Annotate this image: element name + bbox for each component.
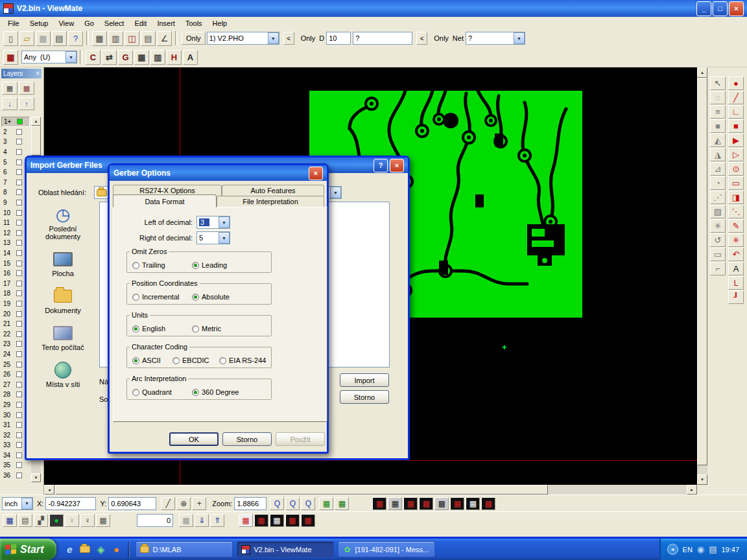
layer-color-swatch[interactable] bbox=[16, 412, 22, 418]
print-icon[interactable]: ▤ bbox=[52, 31, 67, 46]
help-button[interactable]: ? bbox=[374, 159, 388, 172]
right-of-decimal-combo[interactable]: 5 ▼ bbox=[196, 231, 230, 244]
layer-color-swatch[interactable] bbox=[16, 472, 22, 478]
radio-ebcdic[interactable]: EBCDIC bbox=[172, 356, 209, 364]
layer-color-swatch[interactable] bbox=[16, 281, 22, 286]
scroll-left-icon[interactable]: ◄ bbox=[44, 485, 54, 495]
count-field[interactable]: 0 bbox=[137, 514, 173, 527]
pattern-icon[interactable]: ▦ bbox=[388, 497, 402, 510]
layer-color-swatch[interactable] bbox=[16, 391, 22, 397]
dropdown-arrow-icon[interactable]: ▼ bbox=[268, 32, 279, 44]
net-grid-icon[interactable]: ▦ bbox=[3, 514, 17, 527]
layer-color-swatch[interactable] bbox=[16, 432, 22, 438]
menu-item[interactable]: Select bbox=[99, 18, 130, 29]
dropdown-arrow-icon[interactable]: ▼ bbox=[65, 51, 77, 63]
pattern-icon[interactable]: ▦ bbox=[403, 497, 418, 510]
scroll-right-icon[interactable]: ► bbox=[687, 485, 697, 495]
menu-item[interactable]: View bbox=[53, 18, 79, 29]
menu-item[interactable]: Insert bbox=[152, 18, 180, 29]
grid-b-icon[interactable]: ▥ bbox=[150, 50, 165, 65]
layer-color-swatch[interactable] bbox=[16, 220, 22, 226]
ok-button[interactable]: OK bbox=[169, 432, 219, 446]
layer-row[interactable]: 4 bbox=[1, 147, 30, 158]
layer-color-swatch[interactable] bbox=[16, 452, 22, 458]
pattern-icon[interactable]: ▩ bbox=[434, 497, 449, 510]
layers-scrollbar-thumb[interactable] bbox=[31, 126, 41, 156]
import-button[interactable]: Import bbox=[340, 373, 389, 387]
scroll-up-icon[interactable]: ▲ bbox=[697, 67, 707, 78]
layer-row[interactable]: 1+ bbox=[1, 117, 30, 127]
any-filter-combo[interactable]: Any (U) ▼ bbox=[21, 51, 77, 64]
only-layer-toggle[interactable]: Only bbox=[182, 32, 206, 45]
open-file-icon[interactable]: ▱ bbox=[19, 31, 34, 46]
highlight-grid-icon[interactable]: ◫ bbox=[124, 31, 139, 46]
aperture-pattern-icon[interactable]: ▦ bbox=[239, 514, 253, 527]
place-desktop[interactable]: Plocha bbox=[32, 249, 94, 277]
place-recent-documents[interactable]: ◷ Poslední dokumenty bbox=[32, 204, 94, 240]
only-net-label[interactable]: Only bbox=[434, 34, 449, 42]
crosshair-icon[interactable]: ⊕ bbox=[176, 497, 191, 510]
layer-color-swatch[interactable] bbox=[16, 270, 22, 276]
horizontal-scrollbar[interactable]: ◄ ► bbox=[44, 485, 697, 495]
menu-item[interactable]: Go bbox=[79, 18, 99, 29]
layers-grid-icon[interactable]: ▦ bbox=[2, 82, 18, 95]
letter-c-icon[interactable]: C bbox=[86, 50, 101, 65]
probe-icon[interactable]: ♀ bbox=[65, 514, 79, 527]
report-grid-icon[interactable]: ▤ bbox=[141, 31, 156, 46]
dropdown-arrow-icon[interactable]: ▼ bbox=[514, 32, 525, 44]
move-layer-up-icon[interactable]: ↑ bbox=[19, 97, 34, 110]
grid-a-icon[interactable]: ▦ bbox=[134, 50, 149, 65]
vertical-scrollbar[interactable]: ▲ ▼ bbox=[697, 67, 707, 485]
pad-grid-icon[interactable]: ▦ bbox=[319, 497, 333, 510]
new-file-icon[interactable]: ▯ bbox=[3, 31, 18, 46]
pointer-tool-icon[interactable]: ↖ bbox=[710, 76, 726, 90]
browser-icon[interactable]: ● bbox=[110, 542, 123, 557]
layer-row[interactable]: 35 bbox=[1, 460, 30, 471]
circle-select-tool-icon[interactable]: ◌ bbox=[710, 91, 726, 104]
only-d-label[interactable]: Only bbox=[301, 34, 316, 42]
layer-color-swatch[interactable] bbox=[16, 462, 22, 468]
scroll-down-icon[interactable]: ▼ bbox=[31, 473, 41, 482]
filled-rect-tool-icon[interactable]: ■ bbox=[728, 119, 744, 133]
mirror-horizontal-tool-icon[interactable]: ◮ bbox=[710, 148, 726, 161]
start-button[interactable]: Start bbox=[0, 539, 56, 560]
radio-ascii[interactable]: ASCII bbox=[132, 356, 161, 364]
zoom-in-icon[interactable]: Q bbox=[270, 497, 284, 510]
pie-tool-icon[interactable]: ◔ bbox=[710, 176, 726, 190]
layer-combo[interactable]: 1) V2.PHO ▼ bbox=[207, 32, 279, 45]
layer-color-swatch[interactable] bbox=[16, 169, 22, 175]
place-network[interactable]: Místa v síti bbox=[32, 360, 94, 388]
menu-item[interactable]: Edit bbox=[129, 18, 152, 29]
zoom-out-icon[interactable]: Q bbox=[301, 497, 315, 510]
dcode-table-icon[interactable]: ▦ bbox=[92, 31, 107, 46]
layer-color-swatch[interactable] bbox=[16, 331, 22, 337]
aperture-pattern-icon[interactable]: ▦ bbox=[270, 514, 284, 527]
gerber-dialog-titlebar[interactable]: Gerber Options × bbox=[110, 165, 327, 181]
zoom-value-field[interactable]: 1.8866 bbox=[234, 497, 267, 510]
grid-icon[interactable]: ▦ bbox=[96, 514, 110, 527]
aperture-pattern-icon[interactable]: ▩ bbox=[285, 514, 300, 527]
internet-explorer-icon[interactable]: e bbox=[63, 542, 76, 557]
origin-icon[interactable]: + bbox=[192, 497, 206, 510]
dropdown-arrow-icon[interactable]: ▼ bbox=[21, 498, 32, 509]
dotted-line-tool-icon[interactable]: ⋱ bbox=[728, 205, 744, 218]
layers-panel-titlebar[interactable]: Layers × bbox=[1, 69, 42, 78]
layer-color-swatch[interactable] bbox=[16, 139, 22, 145]
layer-color-swatch[interactable] bbox=[16, 351, 22, 357]
x-coordinate-field[interactable]: -0.942237 bbox=[45, 497, 96, 510]
radio-metric[interactable]: Metric bbox=[192, 325, 221, 332]
rotate-tool-icon[interactable]: ↺ bbox=[710, 233, 726, 247]
star-tool-icon[interactable]: ✳ bbox=[710, 219, 726, 233]
text-tool-icon[interactable]: A bbox=[728, 262, 744, 275]
layers-colors-icon[interactable]: ▩ bbox=[19, 82, 34, 95]
layer-color-swatch[interactable] bbox=[16, 200, 22, 205]
circle-target-tool-icon[interactable]: ⊙ bbox=[728, 162, 744, 176]
maximize-button[interactable]: □ bbox=[713, 1, 728, 16]
aperture-pattern-icon[interactable]: ▦ bbox=[301, 514, 315, 527]
layer-color-swatch[interactable] bbox=[16, 261, 22, 266]
context-help-icon[interactable]: ? bbox=[68, 31, 83, 46]
layer-color-swatch[interactable] bbox=[16, 250, 22, 256]
layer-color-swatch[interactable] bbox=[16, 180, 22, 185]
draw-tool-icon[interactable]: ✎ bbox=[728, 219, 744, 233]
letter-a-icon[interactable]: A bbox=[183, 50, 198, 65]
